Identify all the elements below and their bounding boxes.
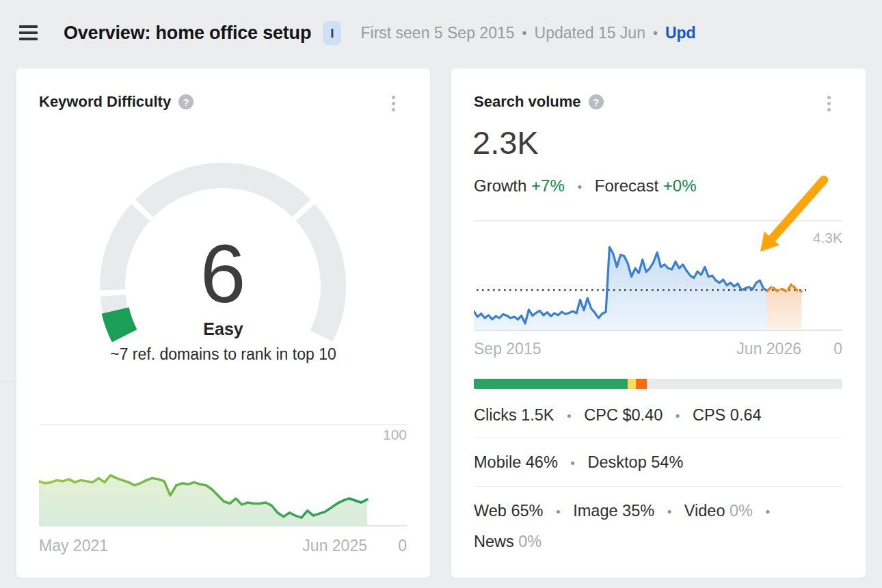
keyword-overview-page: Overview: home office setup I First seen…: [0, 0, 882, 588]
kd-ref-domains-text: ~7 ref. domains to rank in top 10: [16, 343, 430, 365]
stat-value: 0%: [730, 502, 753, 520]
row-divider: [474, 486, 842, 487]
keyword-meta: First seen 5 Sep 2015 • Updated 15 Jun •…: [360, 24, 695, 42]
keyword-difficulty-card: Keyword Difficulty ? 6 Easy ~7 ref. doma…: [16, 68, 430, 578]
forecast-value: +0%: [663, 176, 697, 195]
search-type-stats-row-line1: Web 65% • Image 35% • Video 0% •: [474, 501, 778, 522]
kd-xstart-label: May 2021: [39, 537, 108, 554]
update-link[interactable]: Upd: [665, 24, 696, 42]
growth-forecast-row: Growth +7% • Forecast +0%: [474, 176, 696, 197]
forecast-label: Forecast: [595, 176, 658, 195]
clicks-distribution-bar: [474, 379, 842, 389]
stat-label: Image: [573, 502, 617, 520]
kd-xend-label: Jun 2025: [302, 537, 367, 554]
hamburger-menu-icon[interactable]: [19, 25, 38, 40]
stat-label: Mobile: [474, 453, 521, 471]
bar-segment-no-clicks: [647, 379, 842, 389]
stat-label: Web: [474, 502, 507, 520]
first-seen-text: First seen 5 Sep 2015: [360, 24, 514, 42]
sv-ymax-label: 4.3K: [813, 230, 842, 246]
stat-value: $0.40: [622, 406, 663, 424]
question-mark-icon[interactable]: ?: [589, 94, 604, 109]
bar-segment-organic-clicks: [474, 379, 628, 389]
sv-xend-label: Jun 2026: [736, 340, 801, 357]
sv-card-header: Search volume ?: [474, 93, 604, 111]
kd-difficulty-label: Easy: [16, 319, 430, 339]
kd-ymax-label: 100: [383, 427, 407, 443]
stat-value: 54%: [651, 453, 683, 471]
stat-value: 0%: [518, 533, 542, 550]
separator-dot: •: [676, 409, 680, 423]
separator-dot: •: [522, 25, 527, 41]
search-type-stats-row-line2: News 0%: [474, 532, 542, 551]
kebab-menu-icon[interactable]: [826, 94, 832, 113]
kd-ymin-label: 0: [398, 537, 407, 554]
search-volume-chart: [474, 214, 842, 334]
question-mark-icon[interactable]: ?: [178, 94, 193, 109]
stat-label: Video: [684, 502, 725, 520]
stat-value: 0.64: [730, 406, 762, 424]
separator-dot: •: [577, 180, 582, 194]
growth-label: Growth: [474, 176, 526, 195]
kd-card-header: Keyword Difficulty ?: [39, 93, 193, 111]
stat-value: 35%: [622, 502, 654, 520]
kebab-menu-icon[interactable]: [390, 94, 397, 113]
clicks-stats-row: Clicks 1.5K • CPC $0.40 • CPS 0.64: [474, 405, 762, 426]
keyword-badge: I: [323, 21, 341, 45]
sv-card-title: Search volume: [474, 93, 581, 111]
bar-segment-other-clicks: [636, 379, 647, 389]
topbar: Overview: home office setup I First seen…: [0, 0, 882, 66]
kd-score: 6: [93, 232, 353, 315]
stat-label: Desktop: [588, 453, 647, 471]
stat-label: Clicks: [474, 406, 517, 424]
search-volume-value: 2.3K: [472, 126, 539, 160]
separator-dot: •: [556, 505, 561, 519]
separator-dot: •: [667, 505, 672, 519]
gutter-divider: [0, 382, 16, 382]
stat-value: 1.5K: [521, 406, 554, 424]
separator-dot: •: [766, 505, 771, 519]
device-stats-row: Mobile 46% • Desktop 54%: [474, 453, 683, 473]
kd-card-title: Keyword Difficulty: [39, 93, 171, 111]
sv-ymin-label: 0: [833, 340, 842, 357]
stat-label: News: [474, 533, 514, 550]
page-title: Overview: home office setup: [64, 23, 311, 44]
stat-label: CPC: [584, 406, 618, 424]
sv-xstart-label: Sep 2015: [474, 340, 541, 357]
search-volume-card: Search volume ? 2.3K Growth +7% • Foreca…: [451, 68, 866, 578]
stat-label: CPS: [693, 406, 725, 424]
stat-value: 65%: [511, 502, 543, 520]
updated-text: Updated 15 Jun: [535, 24, 645, 42]
stat-value: 46%: [526, 453, 558, 471]
separator-dot: •: [570, 456, 575, 470]
bar-segment-paid-clicks: [628, 379, 636, 389]
kd-history-chart: [39, 418, 407, 533]
separator-dot: •: [567, 409, 572, 423]
row-divider: [474, 438, 842, 438]
separator-dot: •: [653, 25, 658, 41]
growth-value: +7%: [531, 176, 565, 195]
